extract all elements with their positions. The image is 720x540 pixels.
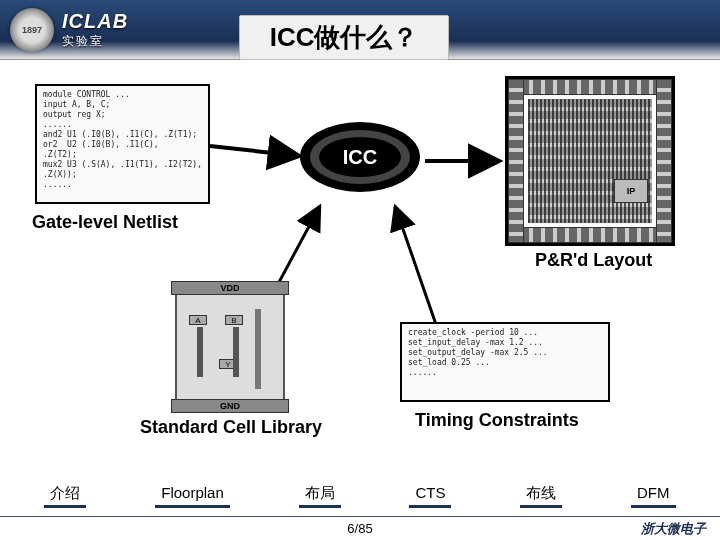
pin-b: B (225, 315, 243, 325)
tab-place[interactable]: 布局 (299, 482, 341, 508)
header-banner: 1897 ICLAB 实验室 ICC做什么？ (0, 0, 720, 60)
timing-code: create_clock -period 10 ... set_input_de… (400, 322, 610, 402)
diagram-area: module CONTROL ... input A, B, C; output… (0, 72, 720, 480)
layout-chip: IP (505, 76, 675, 246)
university-seal: 1897 (10, 8, 54, 52)
footer-brand: 浙大微电子 (641, 520, 706, 538)
netlist-code: module CONTROL ... input A, B, C; output… (35, 84, 210, 204)
pin-a: A (189, 315, 207, 325)
tab-cts[interactable]: CTS (409, 482, 451, 508)
lab-name: ICLAB (62, 10, 128, 33)
section-tabs: 介绍 Floorplan 布局 CTS 布线 DFM (0, 482, 720, 514)
footer: 6/85 浙大微电子 (0, 516, 720, 540)
icc-label: ICC (319, 137, 401, 177)
title-wrap: ICC做什么？ (128, 7, 720, 52)
page-number: 6/85 (347, 521, 372, 536)
gnd-rail: GND (171, 399, 289, 413)
layout-label: P&R'd Layout (535, 250, 652, 271)
slide-title: ICC做什么？ (270, 20, 419, 55)
ip-block: IP (614, 179, 648, 203)
tab-dfm[interactable]: DFM (631, 482, 676, 508)
icc-node: ICC (300, 122, 420, 192)
timing-label: Timing Constraints (415, 410, 579, 431)
vdd-rail: VDD (171, 281, 289, 295)
lab-logo: ICLAB 实验室 (62, 10, 128, 50)
stdcell-label: Standard Cell Library (140, 417, 322, 438)
svg-line-0 (210, 146, 300, 156)
netlist-label: Gate-level Netlist (32, 212, 178, 233)
tab-intro[interactable]: 介绍 (44, 482, 86, 508)
stdcell-graphic: VDD GND A B Y (175, 287, 285, 407)
lab-sub: 实验室 (62, 33, 128, 50)
title-bg: ICC做什么？ (239, 15, 450, 60)
svg-line-2 (395, 206, 440, 336)
tab-floorplan[interactable]: Floorplan (155, 482, 230, 508)
tab-route[interactable]: 布线 (520, 482, 562, 508)
